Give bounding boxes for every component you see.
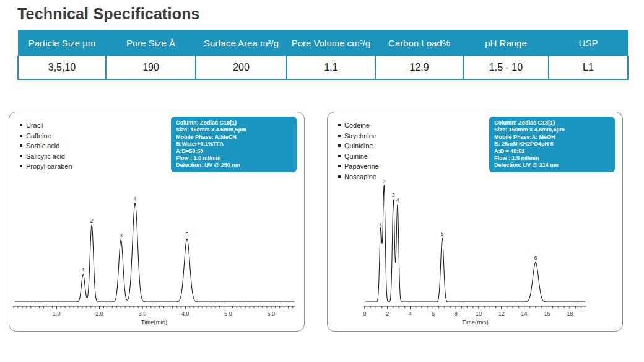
condition-line: A:B=50:50 — [176, 148, 292, 155]
condition-line: B:Water+0.1%TFA — [176, 141, 292, 148]
legend-item: Salicylic acid — [20, 151, 72, 162]
x-tick-label: 10 — [476, 311, 482, 317]
x-tick-label: 3.0 — [139, 311, 147, 317]
header-surface-area: Surface Area m²/g — [196, 30, 287, 56]
legend-label: Uracil — [26, 120, 43, 131]
peak-number-label: 1 — [379, 221, 382, 227]
peak-number-label: 3 — [120, 232, 123, 239]
square-bullet-icon — [338, 135, 341, 137]
header-ph-range: pH Range — [463, 30, 549, 56]
analyte-legend-right: Codeine Strychnine Quinidine Quinine Pap… — [338, 120, 379, 182]
method-conditions-box-left: Column: Zodiac C18(1) Size: 150mm x 4.6m… — [171, 117, 297, 172]
condition-line: A:B = 48:52 — [494, 148, 610, 155]
legend-item: Papaverine — [338, 161, 379, 172]
x-tick-label: 2.0 — [95, 311, 103, 317]
legend-label: Codeine — [344, 120, 370, 131]
chromatogram-panel-right: Codeine Strychnine Quinidine Quinine Pap… — [327, 112, 623, 332]
condition-line: Size: 150mm x 4.6mm,5µm — [176, 126, 292, 133]
condition-line: Column: Zodiac C18(1) — [176, 120, 292, 126]
x-tick-label: 18 — [567, 311, 573, 317]
page-title: Technical Specifications — [17, 5, 200, 23]
spec-table: Particle Size µm Pore Size Å Surface Are… — [17, 30, 629, 80]
legend-label: Salicylic acid — [26, 151, 65, 162]
square-bullet-icon — [338, 124, 341, 126]
peak-number-label: 1 — [82, 267, 85, 273]
x-tick-label: 6 — [432, 311, 435, 317]
legend-label: Propyl paraben — [26, 161, 72, 172]
legend-label: Quinidine — [344, 141, 373, 151]
value-surface-area: 200 — [196, 56, 287, 79]
header-pore-volume: Pore Volume cm³/g — [287, 30, 375, 56]
condition-line: Size: 150mm x 4.6mm,5µm — [494, 126, 610, 133]
peak-number-label: 2 — [90, 218, 94, 224]
spec-table-header-row: Particle Size µm Pore Size Å Surface Are… — [18, 30, 628, 56]
x-tick-label: 0 — [363, 311, 366, 317]
x-tick-label: 4.0 — [181, 311, 189, 317]
technical-specifications-page: Technical Specifications Particle Size µ… — [0, 0, 644, 362]
legend-item: Quinine — [338, 151, 379, 162]
chromatogram-chart-left: 1.02.03.04.05.06.0Time(min)12345 — [11, 177, 303, 332]
analyte-legend-left: Uracil Caffeine Sorbic acid Salicylic ac… — [20, 120, 72, 172]
value-particle-size: 3,5,10 — [18, 56, 106, 79]
peak-number-label: 4 — [396, 197, 399, 203]
peak-number-label: 4 — [134, 196, 137, 202]
condition-line: B: 25mM KH2PO4pH 6 — [494, 141, 610, 148]
legend-item: Codeine — [338, 120, 379, 131]
x-tick-label: 6.0 — [268, 311, 276, 317]
condition-line: Detection: UV @ 214 nm — [494, 162, 610, 169]
chromatogram-chart-right: 024681012141618Time(min)123456 — [329, 177, 621, 332]
header-carbon-load: Carbon Load% — [375, 30, 463, 56]
square-bullet-icon — [20, 135, 22, 137]
square-bullet-icon — [20, 144, 22, 147]
chromatogram-trace — [14, 203, 294, 302]
x-tick-label: 4 — [409, 311, 412, 317]
value-pore-volume: 1.1 — [287, 56, 375, 79]
square-bullet-icon — [20, 165, 22, 167]
legend-label: Sorbic acid — [26, 141, 59, 151]
legend-item: Caffeine — [20, 131, 72, 141]
x-tick-label: 16 — [544, 311, 550, 317]
square-bullet-icon — [338, 144, 341, 147]
square-bullet-icon — [20, 155, 22, 157]
x-axis-title: Time(min) — [141, 319, 167, 325]
x-tick-label: 12 — [498, 311, 505, 317]
condition-line: Detection: UV @ 250 nm — [176, 162, 292, 169]
x-tick-label: 2 — [386, 311, 389, 317]
peak-number-label: 2 — [383, 179, 386, 185]
value-carbon-load: 12.9 — [375, 56, 463, 79]
x-tick-label: 14 — [521, 311, 528, 317]
condition-line: Mobile Phase: A:MeCN — [176, 134, 292, 141]
legend-item: Strychnine — [338, 131, 379, 141]
header-pore-size: Pore Size Å — [106, 30, 196, 56]
peak-number-label: 5 — [185, 231, 188, 237]
value-usp: L1 — [549, 56, 628, 79]
square-bullet-icon — [20, 124, 22, 126]
header-usp: USP — [549, 30, 628, 56]
value-ph-range: 1.5 - 10 — [463, 56, 549, 79]
legend-item: Uracil — [20, 120, 72, 131]
legend-label: Strychnine — [344, 131, 376, 141]
legend-item: Propyl paraben — [20, 161, 72, 172]
x-tick-label: 5.0 — [224, 311, 232, 317]
condition-line: Column: Zodiac C18(1) — [494, 120, 610, 126]
legend-item: Quinidine — [338, 141, 379, 151]
peak-number-label: 5 — [441, 231, 444, 237]
square-bullet-icon — [338, 165, 341, 167]
peak-number-label: 6 — [534, 255, 537, 261]
legend-item: Sorbic acid — [20, 141, 72, 151]
legend-label: Quinine — [344, 151, 368, 162]
condition-line: Mobile Phase:A: MeOH — [494, 134, 610, 141]
legend-label: Papaverine — [344, 161, 379, 172]
condition-line: Flow : 1.5 ml/min — [494, 155, 610, 162]
condition-line: Flow : 1.0 ml/min — [176, 155, 292, 162]
chromatogram-panel-left: Uracil Caffeine Sorbic acid Salicylic ac… — [9, 112, 305, 332]
value-pore-size: 190 — [106, 56, 196, 79]
spec-table-value-row: 3,5,10 190 200 1.1 12.9 1.5 - 10 L1 — [18, 56, 628, 79]
square-bullet-icon — [338, 155, 341, 157]
method-conditions-box-right: Column: Zodiac C18(1) Size: 150mm x 4.6m… — [489, 117, 615, 172]
x-axis-title: Time(min) — [462, 319, 488, 325]
header-particle-size: Particle Size µm — [18, 30, 106, 56]
x-tick-label: 1.0 — [53, 311, 61, 317]
legend-label: Caffeine — [26, 131, 51, 141]
x-tick-label: 8 — [455, 311, 458, 317]
